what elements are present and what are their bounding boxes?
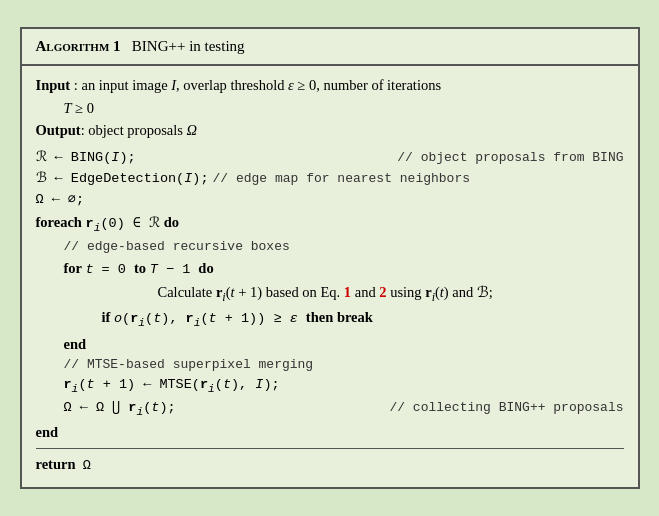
break-kw: break [337, 306, 373, 328]
return-kw: return [36, 456, 80, 472]
do-kw: do [160, 211, 179, 233]
comment1: // object proposals from BING [397, 148, 623, 168]
algorithm-body: Input : an input image I, overlap thresh… [22, 66, 638, 486]
code-line14: return Ω [36, 448, 624, 477]
comment5: // collecting BING++ proposals [389, 398, 623, 418]
input-line: Input : an input image I, overlap thresh… [36, 74, 624, 96]
code-line1: ℛ ← BING(I); // object proposals from BI… [36, 148, 624, 169]
calc-text: Calculate ri(t + 1) based on Eq. [158, 281, 344, 307]
and-text: and [351, 281, 379, 303]
then-kw: then [306, 306, 337, 328]
code-b: ℬ ← EdgeDetection(I); [36, 169, 209, 190]
code-line10: // MTSE-based superpixel merging [64, 355, 624, 375]
algorithm-box: Algorithm 1 BING++ in testing Input : an… [20, 27, 640, 489]
output-line: Output : object proposals Ω [36, 119, 624, 141]
comment3: // edge-based recursive boxes [64, 237, 290, 257]
comment4: // MTSE-based superpixel merging [64, 355, 314, 375]
using-text: using ri(t) and ℬ; [387, 281, 493, 307]
algorithm-label: Algorithm 1 [36, 38, 121, 54]
end-kw2: end [36, 421, 59, 443]
output-label: Output [36, 119, 81, 141]
if-cond: o(ri(t), ri(t + 1)) ≥ ε [114, 309, 306, 332]
input-label: Input [36, 74, 71, 96]
to-kw: to [134, 257, 150, 279]
comment2: // edge map for nearest neighbors [213, 169, 470, 189]
foreach-var: ri(0) ∈ ℛ [86, 214, 161, 237]
end-kw1: end [64, 333, 87, 355]
omega-union: Ω ← Ω ⋃ ri(t); [64, 398, 176, 421]
input-line2: T ≥ 0 [64, 97, 624, 119]
input-T: T ≥ 0 [64, 97, 95, 119]
algorithm-title: Algorithm 1 BING++ in testing [22, 29, 638, 66]
code-line12: Ω ← Ω ⋃ ri(t); // collecting BING++ prop… [64, 398, 624, 421]
input-text: : an input image I, overlap threshold ε … [70, 74, 441, 96]
code-line5: // edge-based recursive boxes [64, 237, 624, 257]
code-line2: ℬ ← EdgeDetection(I); // edge map for ne… [36, 169, 624, 190]
code-line11: ri(t + 1) ← MTSE(ri(t), I); [64, 375, 624, 398]
if-kw: if [102, 306, 114, 328]
code-line7: Calculate ri(t + 1) based on Eq. 1 and 2… [92, 281, 624, 307]
algorithm-name: BING++ in testing [132, 38, 245, 54]
code-line8: if o(ri(t), ri(t + 1)) ≥ ε then break [36, 306, 624, 332]
return-val: Ω [83, 458, 91, 473]
for-kw: for [64, 257, 86, 279]
eq2: 2 [379, 281, 386, 303]
code-line4: foreach ri(0) ∈ ℛ do [36, 211, 624, 237]
ri-assign: ri(t + 1) ← MTSE(ri(t), I); [64, 375, 280, 398]
code-line9: end [64, 333, 624, 355]
code-omega: Ω ← ∅; [36, 190, 85, 211]
output-text: : object proposals Ω [81, 119, 197, 141]
for-var: t = 0 [85, 260, 134, 281]
code-line3: Ω ← ∅; [36, 190, 624, 211]
code-line6: for t = 0 to T − 1 do [64, 257, 624, 281]
for-range: T − 1 [150, 260, 199, 281]
code-r: ℛ ← BING(I); [36, 148, 136, 169]
do-kw2: do [198, 257, 213, 279]
eq1: 1 [344, 281, 351, 303]
foreach-kw: foreach [36, 211, 86, 233]
code-line13: end [36, 421, 624, 443]
